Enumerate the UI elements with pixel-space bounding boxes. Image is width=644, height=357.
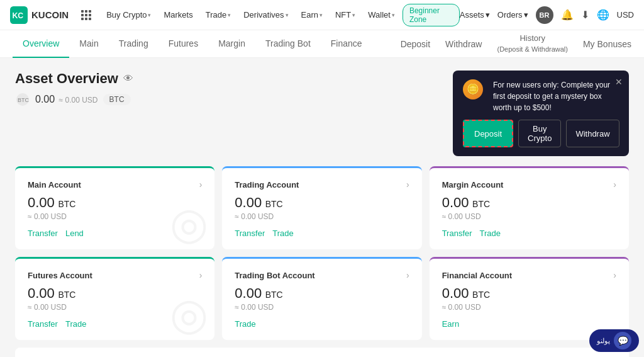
transfer-link[interactable]: Transfer bbox=[28, 319, 58, 329]
card-title: Trading Account bbox=[235, 180, 299, 190]
trade-link[interactable]: Trade bbox=[272, 229, 293, 238]
btc-amount: 0.00 ≈ 0.00 USD bbox=[35, 94, 98, 105]
card-arrow-icon[interactable]: › bbox=[613, 179, 616, 190]
svg-text:BTC: BTC bbox=[18, 97, 30, 103]
card-usd: ≈ 0.00 USD bbox=[28, 303, 202, 312]
tab-main[interactable]: Main bbox=[69, 30, 108, 58]
assets-menu[interactable]: Assets▾ bbox=[460, 10, 490, 20]
chevron-icon: ▾ bbox=[486, 10, 490, 20]
card-arrow-icon[interactable]: › bbox=[406, 270, 409, 280]
card-usd: ≈ 0.00 USD bbox=[442, 303, 616, 312]
card-actions: Transfer Lend bbox=[28, 229, 202, 238]
margin-account-card: Margin Account › 0.00 BTC ≈ 0.00 USD Tra… bbox=[430, 166, 629, 249]
tab-overview[interactable]: Overview bbox=[13, 30, 69, 58]
chevron-icon: ▾ bbox=[286, 12, 289, 18]
tab-margin[interactable]: Margin bbox=[208, 30, 255, 58]
lend-link[interactable]: Lend bbox=[65, 229, 84, 238]
card-amount: 0.00 BTC bbox=[28, 195, 202, 211]
card-usd: ≈ 0.00 USD bbox=[235, 303, 409, 312]
nav-derivatives[interactable]: Derivatives▾ bbox=[238, 8, 293, 22]
my-bonuses-link[interactable]: My Bonuses bbox=[583, 39, 631, 49]
card-title: Main Account bbox=[28, 180, 81, 190]
chevron-icon: ▾ bbox=[228, 12, 231, 18]
kucoin-logo-icon: KC bbox=[10, 6, 28, 24]
page-title: Asset Overview bbox=[15, 71, 118, 87]
futures-account-card: Futures Account › 0.00 BTC ≈ 0.00 USD Tr… bbox=[15, 257, 214, 340]
tab-futures[interactable]: Futures bbox=[158, 30, 208, 58]
history-link[interactable]: History(Deposit & Withdrawal) bbox=[497, 33, 567, 55]
logo[interactable]: KC KUCOIN bbox=[10, 6, 69, 24]
notification-bell-icon[interactable]: 🔔 bbox=[561, 9, 574, 21]
card-arrow-icon[interactable]: › bbox=[199, 270, 203, 280]
withdraw-button[interactable]: Withdraw bbox=[566, 120, 619, 147]
beginner-zone-button[interactable]: Beginner Zone bbox=[402, 4, 460, 26]
card-arrow-icon[interactable]: › bbox=[613, 270, 616, 280]
main-account-card: Main Account › 0.00 BTC ≈ 0.00 USD Trans… bbox=[15, 166, 214, 249]
logo-text: KUCOIN bbox=[31, 9, 69, 20]
chevron-icon: ▾ bbox=[319, 12, 323, 18]
trading-account-card: Trading Account › 0.00 BTC ≈ 0.00 USD Tr… bbox=[222, 166, 421, 249]
card-title: Financial Account bbox=[442, 271, 512, 280]
deposit-link[interactable]: Deposit bbox=[401, 39, 430, 49]
card-usd: ≈ 0.00 USD bbox=[235, 212, 409, 221]
card-amount: 0.00 BTC bbox=[442, 285, 616, 302]
tab-trading-bot[interactable]: Trading Bot bbox=[255, 30, 321, 58]
globe-icon[interactable]: 🌐 bbox=[597, 9, 609, 21]
trading-bot-account-card: Trading Bot Account › 0.00 BTC ≈ 0.00 US… bbox=[222, 257, 421, 340]
nav-markets[interactable]: Markets bbox=[158, 8, 197, 22]
withdraw-link[interactable]: Withdraw bbox=[445, 39, 482, 49]
second-navigation: Overview Main Trading Futures Margin Tra… bbox=[0, 30, 644, 58]
nav-trade[interactable]: Trade▾ bbox=[201, 8, 236, 22]
top-navigation: KC KUCOIN Buy Crypto▾ Markets Trade▾ Der… bbox=[0, 0, 644, 30]
tab-finance[interactable]: Finance bbox=[321, 30, 372, 58]
buy-crypto-button[interactable]: Buy Crypto bbox=[518, 120, 561, 147]
avatar[interactable]: BR bbox=[536, 6, 553, 24]
chevron-icon: ▾ bbox=[352, 12, 355, 18]
chevron-icon: ▾ bbox=[392, 12, 395, 18]
trade-link[interactable]: Trade bbox=[65, 319, 86, 329]
transfer-link[interactable]: Transfer bbox=[442, 229, 472, 238]
polo-watermark: پولنو 💬 bbox=[589, 329, 639, 352]
card-arrow-icon[interactable]: › bbox=[406, 179, 409, 190]
financial-account-card: Financial Account › 0.00 BTC ≈ 0.00 USD … bbox=[430, 257, 629, 340]
chevron-icon: ▾ bbox=[148, 12, 151, 18]
nav-nft[interactable]: NFT▾ bbox=[330, 8, 360, 22]
nav-wallet[interactable]: Wallet▾ bbox=[363, 8, 400, 22]
tab-trading[interactable]: Trading bbox=[109, 30, 158, 58]
asset-title-row: Asset Overview 👁 bbox=[15, 71, 133, 87]
card-arrow-icon[interactable]: › bbox=[199, 179, 203, 190]
asset-header: Asset Overview 👁 BTC 0.00 ≈ 0.00 USD BTC… bbox=[15, 71, 629, 156]
nav-earn[interactable]: Earn▾ bbox=[296, 8, 328, 22]
notification-popup: ✕ 🪙 For new users only: Complete your fi… bbox=[453, 71, 629, 156]
currency-selector[interactable]: USD bbox=[617, 10, 634, 20]
main-content: Asset Overview 👁 BTC 0.00 ≈ 0.00 USD BTC… bbox=[0, 58, 644, 357]
accounts-grid: Main Account › 0.00 BTC ≈ 0.00 USD Trans… bbox=[15, 166, 629, 340]
transfer-link[interactable]: Transfer bbox=[235, 229, 265, 238]
card-title: Futures Account bbox=[28, 271, 92, 280]
card-actions: Transfer Trade bbox=[28, 319, 202, 329]
btc-row: BTC 0.00 ≈ 0.00 USD BTC bbox=[15, 92, 133, 107]
trade-link[interactable]: Trade bbox=[480, 229, 501, 238]
deposit-button[interactable]: Deposit bbox=[463, 120, 513, 147]
chevron-icon: ▾ bbox=[524, 10, 528, 20]
asset-left: Asset Overview 👁 BTC 0.00 ≈ 0.00 USD BTC bbox=[15, 71, 133, 107]
card-title: Margin Account bbox=[442, 180, 504, 190]
transfer-link[interactable]: Transfer bbox=[28, 229, 58, 238]
grid-menu-icon[interactable] bbox=[81, 10, 91, 20]
svg-text:KC: KC bbox=[13, 11, 24, 20]
nav-buy-crypto[interactable]: Buy Crypto▾ bbox=[101, 8, 156, 22]
trade-link[interactable]: Trade bbox=[235, 319, 255, 329]
card-actions: Transfer Trade bbox=[442, 229, 616, 238]
card-actions: Earn bbox=[442, 319, 616, 329]
card-amount: 0.00 BTC bbox=[235, 285, 409, 302]
btc-currency-badge[interactable]: BTC bbox=[103, 94, 131, 105]
close-icon[interactable]: ✕ bbox=[615, 76, 623, 89]
top-nav-links: Buy Crypto▾ Markets Trade▾ Derivatives▾ … bbox=[101, 4, 460, 26]
download-icon[interactable]: ⬇ bbox=[581, 9, 589, 21]
orders-menu[interactable]: Orders▾ bbox=[497, 10, 528, 20]
earn-link[interactable]: Earn bbox=[442, 319, 459, 329]
notification-content: 🪙 For new users only: Complete your firs… bbox=[463, 79, 619, 113]
card-actions: Transfer Trade bbox=[235, 229, 409, 238]
eye-icon[interactable]: 👁 bbox=[123, 73, 133, 84]
action-buttons: Deposit Buy Crypto Withdraw bbox=[463, 120, 619, 147]
